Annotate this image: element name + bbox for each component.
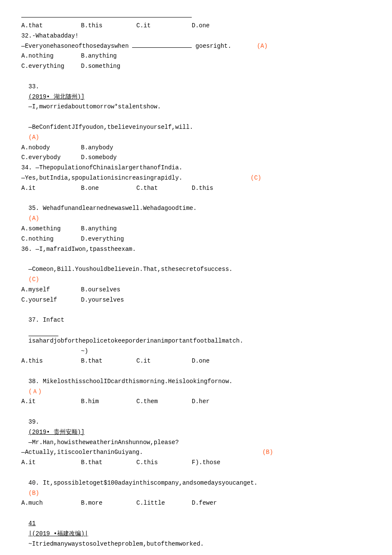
- q32-options-1: A.nothing B.anything: [21, 51, 371, 61]
- q32-title: 32.-Whatabadday!: [21, 31, 371, 41]
- q34-opt-d: D.this: [192, 183, 247, 194]
- q32-answer: (A): [257, 41, 268, 52]
- q35-opt-a: A.something: [21, 224, 81, 234]
- q31-opt-d: D.one: [192, 21, 247, 31]
- q40-title: 40. It,spossibletoget$100adayinthiscompa…: [21, 468, 371, 498]
- q38-opt-b: B.him: [81, 397, 136, 407]
- q41-tail: ~Itriedmanywaystosolvetheproblem,butofth…: [29, 540, 204, 547]
- q37-num: 37. Infact: [29, 317, 68, 323]
- q33-opt-d: D.somebody: [81, 153, 166, 163]
- q39-opt-a: A.it: [21, 458, 81, 468]
- q34-opt-c: C.that: [136, 183, 192, 194]
- q38-answer: (Ａ): [29, 388, 42, 395]
- q33-tail: —I,mworriedabouttomorrow*stalentshow.: [29, 103, 161, 110]
- q35-answer: (A): [29, 215, 39, 222]
- q39-answer: (B): [262, 447, 273, 458]
- q39-num: 39.: [29, 418, 39, 425]
- q33-options-1: A.nobody B.anybody: [21, 143, 371, 153]
- q34-options: A.it B.one C.that D.this: [21, 183, 371, 194]
- q40-opt-b: B.more: [81, 498, 136, 509]
- q33-opt-a: A.nobody: [21, 143, 81, 153]
- q33-num: 33.: [29, 83, 39, 90]
- q37-tail: isahardjobforthepolicetokeeporderinanimp…: [29, 337, 243, 344]
- q33-line2: —BeConfidentJIfyoudon,tbelieveinyourself…: [21, 112, 371, 142]
- q41-num: 41: [29, 520, 36, 527]
- q38-title-text: 38. MikelosthisschoolIDcardthismorning.H…: [29, 378, 233, 385]
- q33-answer: (A): [29, 134, 39, 141]
- q40-options: A.much B.more C.little D.fewer: [21, 498, 371, 509]
- q36-opt-d: D.yourselves: [81, 295, 166, 305]
- horizontal-rule: [21, 17, 192, 17]
- q34-line2: —Yes,butIndia,spopulationisincreasingrap…: [21, 173, 371, 183]
- q33-link: (2019• 湖北随州)]: [29, 93, 85, 100]
- q36-line2: —Comeon,Bill.Youshouldbelievein.That,sth…: [21, 254, 371, 285]
- q37-line2: ~): [21, 346, 371, 357]
- q39-tail: —Mr.Han,howistheweatherinAnshunnow,pleas…: [29, 439, 179, 446]
- q35-opt-d: D.everything: [81, 234, 166, 244]
- q35-options-1: A.something B.anything: [21, 224, 371, 234]
- q31-opt-c: C.it: [136, 21, 192, 31]
- q41-title: 41 |(2019 •福建改编)| ~Itriedmanywaystosolve…: [21, 509, 371, 549]
- q39-link: (2019• 贵州安顺)]: [29, 429, 85, 436]
- q36-options-1: A.myself B.ourselves: [21, 285, 371, 295]
- q37-opt-b: B.that: [81, 356, 136, 366]
- q38-options: A.it B.him C.them D.her: [21, 397, 371, 407]
- q32-opt-d: D.something: [81, 61, 166, 72]
- q39-opt-b: B.that: [81, 458, 136, 468]
- q34-answer: (C): [251, 173, 261, 183]
- q34-opt-b: B.one: [81, 183, 136, 194]
- q37-opt-d: D.one: [192, 356, 247, 366]
- q37-title: 37. Infact isahardjobforthepolicetokeepo…: [21, 305, 371, 346]
- q32-blank: [132, 47, 192, 48]
- q34-opt-a: A.it: [21, 183, 81, 194]
- q33-options-2: C.everybody D.somebody: [21, 153, 371, 163]
- q37-opt-c: C.it: [136, 356, 192, 366]
- q33-title: 33. (2019• 湖北随州)] —I,mworriedabouttomorr…: [21, 72, 371, 112]
- q39-opt-d: F).those: [192, 458, 247, 468]
- q40-answer: (B): [29, 490, 39, 497]
- q31-opt-a: A.that: [21, 21, 81, 31]
- q33-opt-c: C.everybody: [21, 153, 81, 163]
- q31-options: A.that B.this C.it D.one: [21, 21, 371, 31]
- q34-title: 34. —ThepopulationofChinaislargerthanofI…: [21, 163, 371, 173]
- q35-title-text: 35. Wehadfunandlearnednewaswell.Wehadago…: [29, 205, 197, 212]
- q40-opt-d: D.fewer: [192, 498, 247, 509]
- q36-options-2: C.yourself D.yourselves: [21, 295, 371, 305]
- q39-opt-c: C.this: [136, 458, 192, 468]
- q38-title: 38. MikelosthisschoolIDcardthismorning.H…: [21, 366, 371, 397]
- q35-options-2: C.nothing D.everything: [21, 234, 371, 244]
- q39-line2-text: —Actually,itiscoolerthaninGuiyang.: [21, 447, 143, 458]
- q39-title: 39. (2019• 贵州安顺)] —Mr.Han,howistheweathe…: [21, 407, 371, 447]
- q35-opt-c: C.nothing: [21, 234, 81, 244]
- q34-line2-text: —Yes,butIndia,spopulationisincreasingrap…: [21, 173, 182, 183]
- q38-opt-d: D.her: [192, 397, 247, 407]
- q36-title: 36. —I,mafraidIwon,tpasstheexam.: [21, 244, 371, 255]
- q36-opt-a: A.myself: [21, 285, 81, 295]
- q36-opt-c: C.yourself: [21, 295, 81, 305]
- q33-opt-b: B.anybody: [81, 143, 166, 153]
- q32-opt-a: A.nothing: [21, 51, 81, 61]
- q39-options: A.it B.that C.this F).those: [21, 458, 371, 468]
- q35-opt-b: B.anything: [81, 224, 166, 234]
- q32-line2a: —Everyonehasoneofthosedayswhen: [21, 43, 129, 49]
- q38-opt-c: C.them: [136, 397, 192, 407]
- q41-line2: —Nevergiveup.You,llsurelymakeit. (B): [21, 549, 371, 555]
- q37-opt-a: A.this: [21, 356, 81, 366]
- q36-answer: (C): [29, 276, 39, 283]
- q39-line2: —Actually,itiscoolerthaninGuiyang. (B): [21, 447, 371, 458]
- q31-opt-b: B.this: [81, 21, 136, 31]
- q32-line2b: goesright.: [196, 43, 231, 49]
- q36-opt-b: B.ourselves: [81, 285, 166, 295]
- q40-opt-c: C.little: [136, 498, 192, 509]
- q37-options: A.this B.that C.it D.one: [21, 356, 371, 366]
- q35-title: 35. Wehadfunandlearnednewaswell.Wehadago…: [21, 194, 371, 224]
- q32-opt-b: B.anything: [81, 51, 166, 61]
- q40-opt-a: A.much: [21, 498, 81, 509]
- q41-link: |(2019 •福建改编)|: [29, 530, 88, 537]
- q32-options-2: C.everything D.something: [21, 61, 371, 72]
- q33-line2-text: —BeConfidentJIfyoudon,tbelieveinyourself…: [29, 124, 193, 131]
- q36-line2-text: —Comeon,Bill.Youshouldbelievein.That,sth…: [29, 266, 233, 273]
- q38-opt-a: A.it: [21, 397, 81, 407]
- q32-opt-c: C.everything: [21, 61, 81, 72]
- q37-blank: [29, 325, 58, 336]
